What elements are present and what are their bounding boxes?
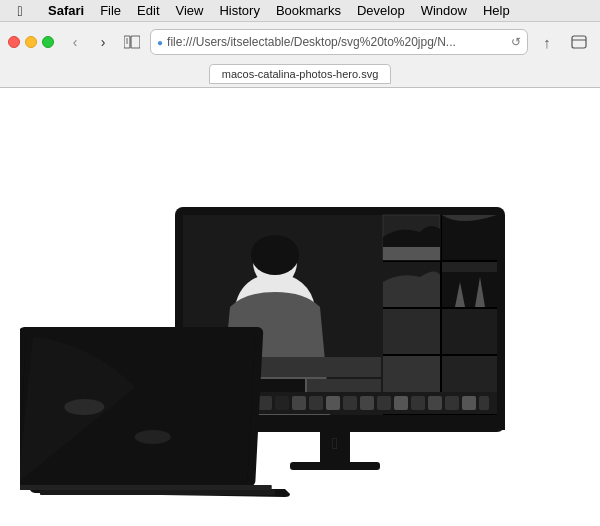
lock-icon: ● xyxy=(157,37,163,48)
menubar-safari[interactable]: Safari xyxy=(40,3,92,18)
apple-icon:  xyxy=(17,3,22,19)
svg-rect-1 xyxy=(131,36,140,48)
maximize-button[interactable] xyxy=(42,36,54,48)
svg-rect-23 xyxy=(442,309,497,354)
svg-rect-38 xyxy=(309,396,323,410)
apple-menu[interactable]:  xyxy=(0,3,40,19)
back-icon: ‹ xyxy=(73,34,78,50)
reload-button[interactable]: ↺ xyxy=(511,35,521,49)
svg-rect-40 xyxy=(343,396,357,410)
illustration-svg:  xyxy=(20,107,580,507)
svg-rect-36 xyxy=(275,396,289,410)
svg-rect-17 xyxy=(383,247,440,260)
menubar-edit[interactable]: Edit xyxy=(129,3,167,18)
svg-rect-56 xyxy=(40,490,275,495)
forward-button[interactable]: › xyxy=(92,31,114,53)
toolbar: ‹ › ● ↺ ↑ xyxy=(0,22,600,62)
svg-image:  xyxy=(0,88,600,526)
svg-rect-47 xyxy=(462,396,476,410)
svg-rect-35 xyxy=(258,396,272,410)
tabs-icon xyxy=(571,35,587,49)
svg-rect-0 xyxy=(124,36,130,48)
minimize-button[interactable] xyxy=(25,36,37,48)
forward-icon: › xyxy=(101,34,106,50)
share-icon: ↑ xyxy=(543,34,551,51)
svg-rect-39 xyxy=(326,396,340,410)
svg-rect-5 xyxy=(572,36,586,48)
sidebar-toggle-button[interactable] xyxy=(120,30,144,54)
sidebar-icon xyxy=(124,35,140,49)
menubar-develop[interactable]: Develop xyxy=(349,3,413,18)
svg-rect-22 xyxy=(383,309,440,354)
svg-rect-43 xyxy=(394,396,408,410)
url-input[interactable] xyxy=(167,35,507,49)
share-button[interactable]: ↑ xyxy=(534,29,560,55)
svg-rect-42 xyxy=(377,396,391,410)
traffic-lights xyxy=(8,36,54,48)
toolbar-right: ↑ xyxy=(534,29,592,55)
tab-bar: macos-catalina-photos-hero.svg xyxy=(0,62,600,86)
menubar-window[interactable]: Window xyxy=(413,3,475,18)
menubar-file[interactable]: File xyxy=(92,3,129,18)
svg-rect-37 xyxy=(292,396,306,410)
address-bar[interactable]: ● ↺ xyxy=(150,29,528,55)
menubar:  Safari File Edit View History Bookmark… xyxy=(0,0,600,22)
svg-rect-45 xyxy=(428,396,442,410)
active-tab[interactable]: macos-catalina-photos-hero.svg xyxy=(209,64,392,84)
tabs-button[interactable] xyxy=(566,29,592,55)
browser-chrome: ‹ › ● ↺ ↑ xyxy=(0,22,600,88)
content-area:  xyxy=(0,88,600,526)
menubar-bookmarks[interactable]: Bookmarks xyxy=(268,3,349,18)
svg-rect-44 xyxy=(411,396,425,410)
svg-point-14 xyxy=(251,235,299,275)
tab-title: macos-catalina-photos-hero.svg xyxy=(222,68,379,80)
svg-text::  xyxy=(332,435,338,452)
close-button[interactable] xyxy=(8,36,20,48)
back-button[interactable]: ‹ xyxy=(64,31,86,53)
svg-rect-21 xyxy=(442,272,497,307)
svg-rect-41 xyxy=(360,396,374,410)
menubar-history[interactable]: History xyxy=(211,3,267,18)
menubar-view[interactable]: View xyxy=(168,3,212,18)
svg-rect-46 xyxy=(445,396,459,410)
svg-rect-48 xyxy=(479,396,489,410)
svg-rect-57 xyxy=(20,485,272,490)
menubar-help[interactable]: Help xyxy=(475,3,518,18)
